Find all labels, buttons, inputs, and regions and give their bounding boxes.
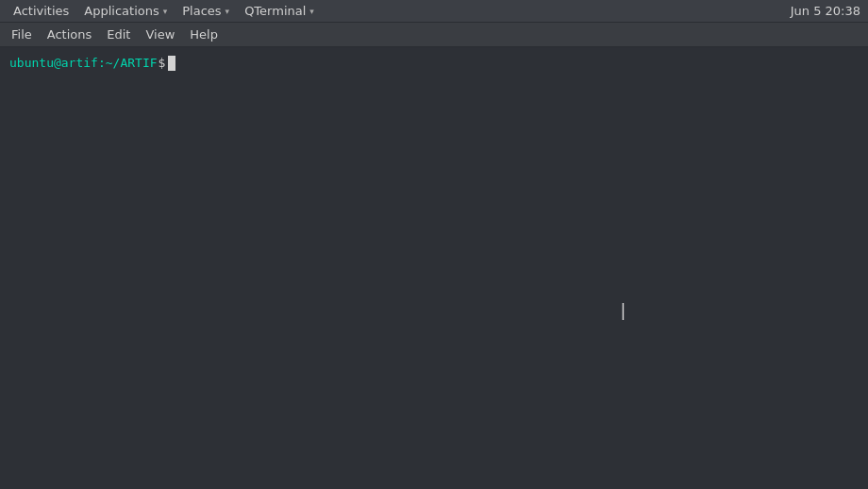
view-label: View: [145, 27, 175, 42]
help-label: Help: [190, 27, 218, 42]
applications-label: Applications: [84, 4, 159, 18]
activities-button[interactable]: Activities: [8, 0, 75, 23]
prompt-path: ~/ARTIF: [106, 55, 158, 72]
prompt-user-host: ubuntu@artif:: [9, 55, 106, 72]
places-chevron: ▾: [225, 7, 230, 16]
activities-label: Activities: [13, 4, 69, 18]
mouse-text-cursor: |: [618, 300, 628, 320]
system-bar-right: Jun 5 20:38: [791, 4, 860, 18]
places-label: Places: [182, 4, 221, 18]
qterminal-label: QTerminal: [244, 4, 306, 18]
system-bar-left: Activities Applications ▾ Places ▾ QTerm…: [8, 0, 320, 23]
applications-chevron: ▾: [163, 7, 168, 16]
file-label: File: [11, 27, 32, 42]
actions-label: Actions: [47, 27, 92, 42]
app-menu-bar: File Actions Edit View Help: [0, 23, 868, 47]
help-menu[interactable]: Help: [182, 25, 225, 45]
applications-menu[interactable]: Applications ▾: [78, 0, 173, 23]
edit-menu[interactable]: Edit: [99, 25, 138, 45]
places-menu[interactable]: Places ▾: [176, 0, 235, 23]
view-menu[interactable]: View: [138, 25, 182, 45]
terminal-cursor: [168, 56, 175, 71]
terminal-body[interactable]: ubuntu@artif:~/ARTIF$ |: [0, 47, 868, 489]
edit-label: Edit: [107, 27, 130, 42]
file-menu[interactable]: File: [4, 25, 40, 45]
qterminal-chevron: ▾: [309, 7, 314, 16]
qterminal-menu[interactable]: QTerminal ▾: [239, 0, 320, 23]
datetime-display: Jun 5 20:38: [791, 4, 860, 18]
terminal-prompt: ubuntu@artif:~/ARTIF$: [9, 55, 859, 72]
actions-menu[interactable]: Actions: [40, 25, 100, 45]
prompt-dollar: $: [159, 55, 166, 72]
system-bar: Activities Applications ▾ Places ▾ QTerm…: [0, 0, 868, 23]
